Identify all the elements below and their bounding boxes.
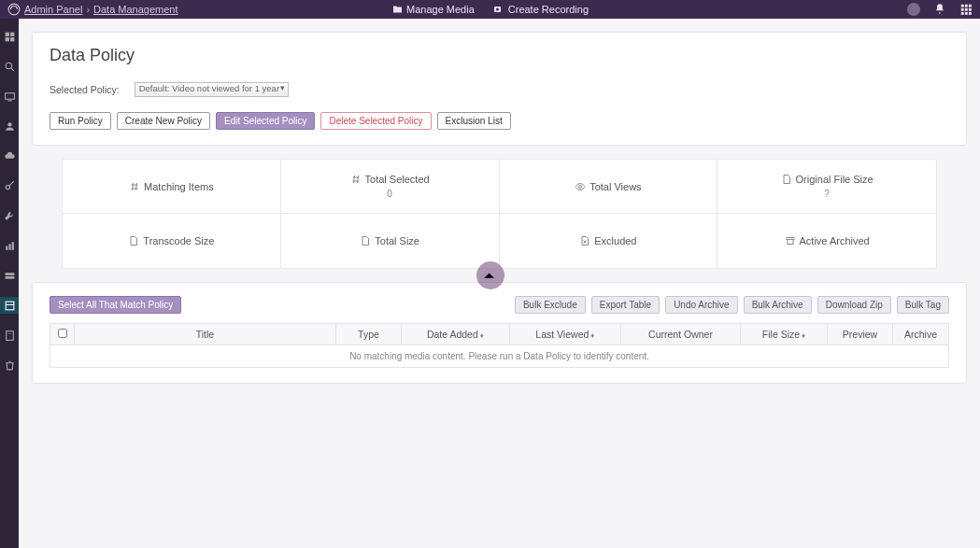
breadcrumb-root[interactable]: Admin Panel — [24, 4, 82, 15]
col-last-viewed[interactable]: Last Viewed♦ — [509, 324, 620, 345]
export-table-button[interactable]: Export Table — [591, 296, 660, 314]
selected-policy-label: Selected Policy: — [50, 84, 120, 95]
stat-matching-items: Matching Items — [63, 160, 281, 214]
manage-media-link[interactable]: Manage Media — [391, 4, 475, 15]
stat-label: Transcode Size — [143, 235, 214, 246]
empty-message: No matching media content. Please run a … — [50, 345, 949, 368]
delete-selected-policy-button[interactable]: Delete Selected Policy — [320, 112, 431, 130]
stat-label: Total Size — [375, 235, 419, 246]
col-checkbox[interactable] — [50, 324, 75, 345]
stat-label: Total Views — [589, 181, 641, 192]
sort-icon: ♦ — [480, 331, 484, 340]
empty-row: No matching media content. Please run a … — [50, 345, 949, 368]
record-icon — [493, 4, 504, 15]
stat-total-views: Total Views — [500, 160, 718, 214]
svg-rect-27 — [5, 276, 14, 279]
sidebar-item-analytics[interactable] — [0, 237, 19, 254]
svg-rect-4 — [965, 5, 968, 7]
sidebar-item-trash[interactable] — [0, 357, 19, 373]
edit-selected-policy-button[interactable]: Edit Selected Policy — [216, 112, 315, 130]
manage-media-label: Manage Media — [406, 4, 475, 15]
col-preview[interactable]: Preview — [828, 324, 893, 345]
svg-rect-6 — [961, 8, 964, 11]
file-icon — [360, 235, 371, 246]
svg-rect-23 — [6, 246, 7, 249]
stat-label: Total Selected — [365, 174, 430, 185]
avatar[interactable] — [907, 3, 920, 16]
svg-rect-28 — [6, 302, 14, 310]
create-recording-link[interactable]: Create Recording — [493, 4, 589, 15]
file-icon — [128, 235, 139, 246]
bulk-tag-button[interactable]: Bulk Tag — [897, 296, 949, 314]
svg-rect-3 — [961, 5, 964, 7]
results-panel: Select All That Match Policy Bulk Exclud… — [32, 282, 967, 384]
stat-label: Active Archived — [800, 235, 870, 246]
svg-point-21 — [6, 185, 9, 189]
bulk-archive-button[interactable]: Bulk Archive — [744, 296, 812, 314]
sidebar-item-data-management[interactable] — [0, 297, 19, 314]
sidebar-item-tool[interactable] — [0, 207, 19, 224]
svg-rect-7 — [965, 8, 968, 11]
selected-policy-dropdown[interactable]: Default: Video not viewed for 1 year — [135, 82, 289, 97]
bulk-exclude-button[interactable]: Bulk Exclude — [515, 296, 586, 314]
col-label: Date Added — [427, 329, 478, 340]
svg-rect-24 — [8, 244, 10, 250]
svg-rect-8 — [969, 8, 972, 11]
create-recording-label: Create Recording — [508, 4, 589, 15]
svg-point-16 — [6, 63, 12, 69]
sidebar-item-dashboard[interactable] — [0, 28, 19, 45]
sidebar-item-search[interactable] — [0, 58, 19, 75]
stats-grid: Matching Items Total Selected 0 Total Vi… — [62, 159, 937, 269]
hash-icon — [350, 174, 362, 185]
sidebar-item-key[interactable] — [0, 177, 19, 194]
stat-label: Original File Size — [796, 174, 873, 185]
sidebar-item-reports[interactable] — [0, 327, 19, 344]
svg-rect-14 — [5, 37, 8, 41]
sidebar-item-storage[interactable] — [0, 267, 19, 284]
svg-rect-5 — [969, 5, 972, 7]
page-title: Data Policy — [50, 46, 949, 65]
file-icon — [781, 174, 792, 185]
svg-rect-18 — [5, 92, 14, 99]
stat-label: Excluded — [594, 235, 636, 246]
svg-rect-34 — [788, 240, 793, 245]
sort-icon: ♦ — [590, 331, 594, 340]
col-type[interactable]: Type — [336, 324, 402, 345]
select-all-checkbox[interactable] — [58, 329, 67, 338]
select-all-match-button[interactable]: Select All That Match Policy — [50, 296, 181, 314]
breadcrumb: Admin Panel › Data Management — [24, 4, 178, 15]
run-policy-button[interactable]: Run Policy — [50, 112, 111, 130]
svg-rect-13 — [10, 32, 14, 35]
svg-rect-15 — [10, 37, 14, 41]
stat-excluded: Excluded — [500, 214, 718, 268]
results-table: Title Type Date Added♦ Last Viewed♦ Curr… — [50, 323, 949, 368]
undo-archive-button[interactable]: Undo Archive — [665, 296, 737, 314]
folder-icon — [391, 4, 403, 15]
sidebar-item-monitor[interactable] — [0, 88, 19, 105]
col-label: File Size — [762, 329, 800, 340]
col-date-added[interactable]: Date Added♦ — [402, 324, 510, 345]
svg-rect-10 — [965, 12, 968, 15]
archive-icon — [785, 235, 796, 246]
col-archive[interactable]: Archive — [893, 324, 949, 345]
stat-value: ? — [824, 189, 830, 199]
col-file-size[interactable]: File Size♦ — [741, 324, 828, 345]
col-current-owner[interactable]: Current Owner — [620, 324, 740, 345]
svg-rect-12 — [5, 32, 8, 35]
svg-rect-9 — [961, 12, 964, 15]
download-zip-button[interactable]: Download Zip — [817, 296, 891, 314]
svg-point-2 — [496, 8, 499, 11]
main: Data Policy Selected Policy: Default: Vi… — [19, 19, 980, 548]
sidebar-item-users[interactable] — [0, 118, 19, 134]
breadcrumb-current[interactable]: Data Management — [93, 4, 178, 15]
col-title[interactable]: Title — [75, 324, 336, 345]
exclusion-list-button[interactable]: Exclusion List — [437, 112, 511, 130]
policy-panel: Data Policy Selected Policy: Default: Vi… — [32, 32, 967, 146]
bell-icon[interactable] — [933, 3, 946, 16]
svg-point-20 — [7, 122, 11, 126]
svg-rect-11 — [969, 12, 972, 15]
breadcrumb-sep: › — [86, 4, 90, 15]
create-new-policy-button[interactable]: Create New Policy — [117, 112, 210, 130]
apps-icon[interactable] — [959, 3, 973, 16]
sidebar-item-cloud[interactable] — [0, 148, 19, 164]
